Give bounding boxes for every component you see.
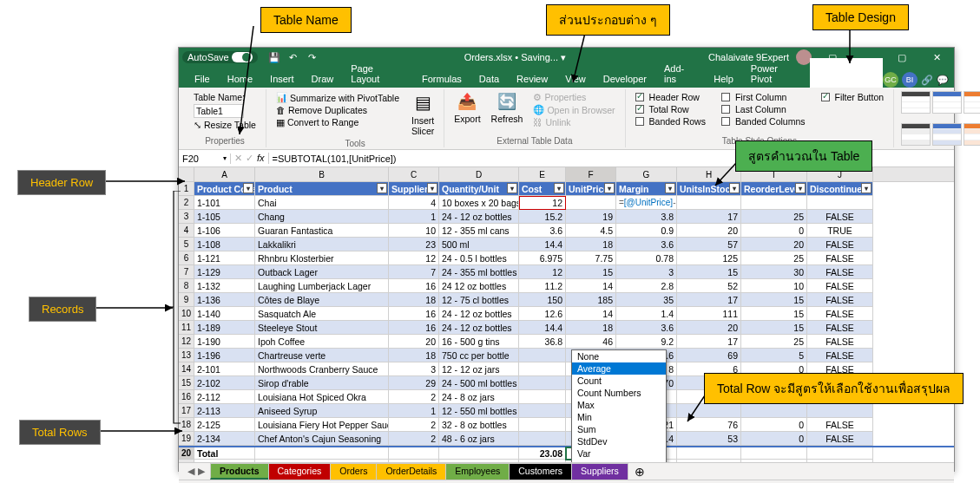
sheet-tab[interactable]: Categories xyxy=(268,463,332,480)
fx-icon[interactable]: fx xyxy=(257,153,265,164)
cell[interactable]: FALSE xyxy=(807,335,873,349)
cell[interactable]: 3.8 xyxy=(616,210,677,224)
col-header-e[interactable]: E xyxy=(519,167,566,181)
cell[interactable] xyxy=(741,196,807,210)
cell[interactable]: 14 xyxy=(566,307,616,321)
collab-badge-2[interactable]: BI xyxy=(902,72,918,88)
tab-view[interactable]: View xyxy=(556,70,595,88)
cell[interactable] xyxy=(255,460,389,462)
cell[interactable]: 16 - 500 g tins xyxy=(439,335,519,349)
cell[interactable] xyxy=(519,376,566,390)
tab-table-design[interactable]: Table Design xyxy=(810,58,883,88)
cell[interactable]: Lakkalikri xyxy=(255,238,389,251)
cell[interactable]: Sirop d'rable xyxy=(255,376,389,390)
cell[interactable] xyxy=(566,196,616,210)
table-header-cell[interactable]: ReorderLevel▾ xyxy=(741,182,807,196)
cell[interactable]: Rhnbru Klosterbier xyxy=(255,251,389,265)
cell[interactable]: 6.975 xyxy=(519,251,566,265)
table-name-input[interactable] xyxy=(194,104,244,118)
cell[interactable]: 5 xyxy=(741,349,807,362)
cell[interactable] xyxy=(807,404,873,418)
cell[interactable]: 76 xyxy=(677,418,741,432)
cell[interactable]: 12 - 355 ml cans xyxy=(439,224,519,238)
cell[interactable]: 1-140 xyxy=(194,307,255,321)
cell[interactable]: FALSE xyxy=(807,238,873,251)
cell[interactable] xyxy=(807,460,873,462)
filter-icon[interactable]: ▾ xyxy=(243,183,253,193)
table-header-cell[interactable]: Product▾ xyxy=(255,182,389,196)
cell[interactable]: 18 xyxy=(566,238,616,251)
cell[interactable] xyxy=(519,349,566,362)
export-button[interactable]: 📤Export xyxy=(451,91,483,128)
cell[interactable] xyxy=(389,447,439,460)
cell[interactable]: 24 - 355 ml bottles xyxy=(439,265,519,279)
cell[interactable]: 7 xyxy=(389,265,439,279)
cell[interactable]: 1.4 xyxy=(616,307,677,321)
aggregate-option[interactable]: Min xyxy=(572,411,666,423)
cell[interactable]: 3 xyxy=(616,265,677,279)
redo-icon[interactable]: ↷ xyxy=(306,50,319,64)
filter-icon[interactable]: ▾ xyxy=(604,183,615,193)
cell[interactable] xyxy=(807,196,873,210)
undo-icon[interactable]: ↶ xyxy=(286,50,300,64)
cell[interactable]: Ipoh Coffee xyxy=(255,335,389,349)
cell[interactable]: FALSE xyxy=(807,293,873,307)
cell[interactable]: 0 xyxy=(741,418,807,432)
filter-icon[interactable]: ▾ xyxy=(795,183,806,193)
cell[interactable]: 12 xyxy=(389,251,439,265)
cell[interactable]: 2-101 xyxy=(194,362,255,376)
cell[interactable]: Chang xyxy=(255,210,389,224)
table-header-cell[interactable]: Cost▾ xyxy=(519,182,566,196)
cell[interactable]: 16 xyxy=(389,321,439,335)
cell[interactable]: 2 xyxy=(389,432,439,446)
cell[interactable]: 12 - 75 cl bottles xyxy=(439,293,519,307)
cell[interactable]: 15 xyxy=(566,265,616,279)
cell[interactable]: 24 - 12 oz bottles xyxy=(439,321,519,335)
col-header-g[interactable]: G xyxy=(616,167,677,181)
tab-developer[interactable]: Developer xyxy=(595,70,655,88)
sheet-nav-next-icon[interactable]: ▶ xyxy=(198,466,205,477)
comments-icon[interactable]: 💬 xyxy=(937,75,949,86)
row-header[interactable]: 17 xyxy=(179,404,194,418)
cell[interactable]: 3.6 xyxy=(519,224,566,238)
cell[interactable]: 1 xyxy=(389,210,439,224)
aggregate-option[interactable]: Count Numbers xyxy=(572,387,666,399)
row-header[interactable]: 18 xyxy=(179,418,194,432)
cell[interactable] xyxy=(439,447,519,460)
cell[interactable]: 18 xyxy=(389,349,439,362)
new-sheet-button[interactable]: ⊕ xyxy=(628,465,652,479)
save-icon[interactable]: 💾 xyxy=(267,50,281,64)
table-header-cell[interactable]: Quantity/Unit▾ xyxy=(439,182,519,196)
cell[interactable]: FALSE xyxy=(807,432,873,446)
name-box[interactable]: F20▾ xyxy=(179,153,231,164)
cell[interactable]: 14 xyxy=(566,279,616,293)
cell[interactable] xyxy=(255,447,389,460)
cell[interactable]: 57 xyxy=(677,238,741,251)
filter-icon[interactable]: ▾ xyxy=(427,183,437,193)
cell[interactable]: =[@UnitPrice]-[@Cost] xyxy=(616,196,677,210)
cell[interactable]: Côtes de Blaye xyxy=(255,293,389,307)
row-header[interactable]: 4 xyxy=(179,224,194,238)
row-header[interactable]: 10 xyxy=(179,307,194,321)
cell[interactable]: 500 ml xyxy=(439,238,519,251)
table-style-gallery[interactable] xyxy=(901,91,980,114)
cell[interactable]: 48 - 6 oz jars xyxy=(439,432,519,446)
summarize-pivot-button[interactable]: 📊Summarize with PivotTable xyxy=(273,91,402,104)
row-header[interactable]: 8 xyxy=(179,279,194,293)
row-header[interactable]: 3 xyxy=(179,210,194,224)
cell[interactable]: 25 xyxy=(741,210,807,224)
cell[interactable]: 1-196 xyxy=(194,349,255,362)
cell[interactable] xyxy=(677,404,741,418)
filter-icon[interactable]: ▾ xyxy=(377,183,387,193)
table-header-cell[interactable]: Margin▾ xyxy=(616,182,677,196)
filter-icon[interactable]: ▾ xyxy=(861,183,871,193)
row-header[interactable]: 14 xyxy=(179,362,194,376)
cell[interactable] xyxy=(741,404,807,418)
tab-home[interactable]: Home xyxy=(219,70,261,88)
cell[interactable]: 12 xyxy=(519,265,566,279)
cell[interactable] xyxy=(677,447,741,460)
row-header[interactable]: 2 xyxy=(179,196,194,210)
cell[interactable]: 15 xyxy=(741,321,807,335)
tab-draw[interactable]: Draw xyxy=(303,70,343,88)
sheet-tab[interactable]: OrderDetails xyxy=(376,463,446,480)
